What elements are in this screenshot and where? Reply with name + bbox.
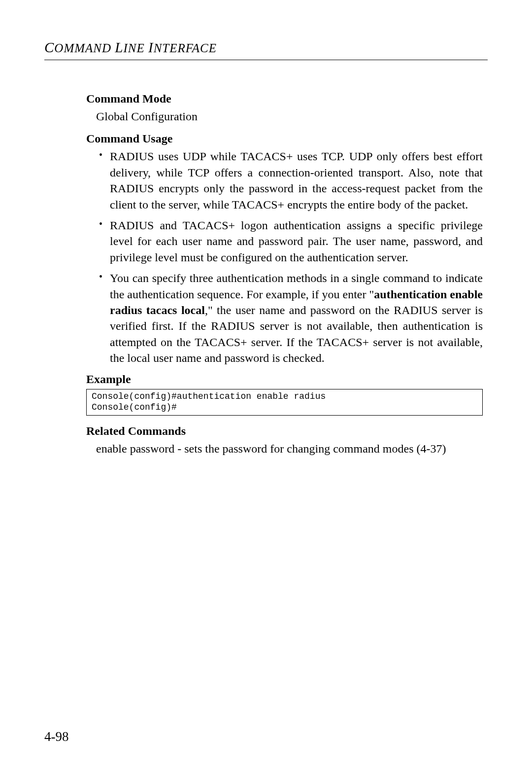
- example-code-block: Console(config)#authentication enable ra…: [86, 389, 483, 415]
- heading-command-usage: Command Usage: [86, 132, 483, 145]
- page-header: COMMAND LINE INTERFACE: [44, 39, 488, 60]
- usage-bullet-2: RADIUS and TACACS+ logon authentication …: [96, 217, 483, 265]
- usage-list: RADIUS uses UDP while TACACS+ uses TCP. …: [96, 148, 483, 366]
- text-related: enable password - sets the password for …: [96, 441, 483, 457]
- header-word3-cap: I: [148, 39, 154, 55]
- header-word1-cap: C: [44, 39, 54, 55]
- header-word3-rest: NTERFACE: [154, 41, 217, 55]
- usage-bullet-3: You can specify three authentication met…: [96, 270, 483, 366]
- header-word1-rest: OMMAND: [54, 41, 111, 55]
- content-area: Command Mode Global Configuration Comman…: [44, 92, 488, 457]
- usage-bullet-1: RADIUS uses UDP while TACACS+ uses TCP. …: [96, 148, 483, 212]
- header-word2-cap: L: [115, 39, 123, 55]
- text-command-mode: Global Configuration: [96, 108, 483, 124]
- header-word2-rest: INE: [123, 41, 144, 55]
- heading-related: Related Commands: [86, 424, 483, 438]
- heading-command-mode: Command Mode: [86, 92, 483, 106]
- page-number: 4-98: [44, 729, 69, 744]
- heading-example: Example: [86, 373, 483, 386]
